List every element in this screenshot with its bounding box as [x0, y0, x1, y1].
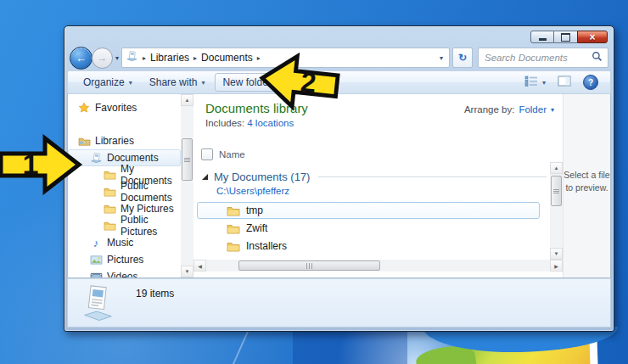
sidebar-item-label: Videos — [107, 271, 137, 277]
scrollbar-thumb[interactable] — [238, 260, 380, 271]
documents-library-icon — [89, 151, 103, 165]
address-dropdown-arrow[interactable]: ▾ — [435, 54, 447, 62]
scrollbar-thumb[interactable] — [551, 176, 562, 206]
folder-icon — [103, 185, 116, 199]
scroll-up-button[interactable]: ▲ — [181, 94, 193, 106]
arrange-by-value[interactable]: Folder — [519, 104, 547, 115]
help-button[interactable]: ? — [580, 72, 602, 92]
file-name: Zwift — [246, 222, 267, 234]
preview-pane-icon — [558, 75, 571, 90]
library-includes: Includes: 4 locations — [205, 118, 556, 128]
folder-icon — [103, 202, 116, 216]
search-icon[interactable] — [592, 50, 603, 65]
group-header[interactable]: My Documents (17) — [202, 171, 550, 183]
sidebar-item-label: Libraries — [95, 135, 134, 147]
scroll-left-button[interactable]: ◀ — [193, 260, 206, 272]
sidebar-item-favorites[interactable]: Favorites — [68, 99, 181, 116]
scrollbar-track[interactable] — [550, 174, 563, 248]
library-header: Documents library Includes: 4 locations … — [193, 94, 563, 138]
file-list-pane: Documents library Includes: 4 locations … — [193, 94, 563, 277]
locations-link[interactable]: 4 locations — [247, 118, 294, 128]
sidebar-item-label: Music — [107, 237, 133, 249]
group-path[interactable]: C:\Users\pfefferz — [216, 186, 550, 196]
select-all-checkbox[interactable] — [201, 148, 213, 160]
folder-icon — [227, 241, 240, 252]
sidebar-item-pictures[interactable]: Pictures — [68, 251, 181, 268]
sidebar-item-label: My Pictures — [121, 203, 174, 215]
maximize-button[interactable] — [554, 31, 577, 43]
details-pane: 19 items — [67, 278, 611, 328]
music-note-icon: ♪ — [89, 236, 103, 249]
breadcrumb-separator: ▸ — [193, 54, 197, 62]
sidebar-item-public-documents[interactable]: Public Documents — [68, 183, 181, 200]
file-row-tmp[interactable]: tmp — [197, 202, 540, 219]
collapse-triangle-icon[interactable] — [202, 174, 208, 180]
file-list-scrollbar: ▲ ▼ — [550, 162, 563, 260]
refresh-button[interactable]: ↻ — [452, 48, 473, 68]
chevron-down-icon: ▾ — [551, 106, 554, 114]
scrollbar-track[interactable] — [206, 260, 550, 272]
location-icon — [126, 50, 138, 65]
minimize-button[interactable] — [530, 31, 554, 43]
file-row-installers[interactable]: Installers — [197, 238, 540, 255]
chevron-down-icon: ▾ — [542, 79, 546, 87]
group-title[interactable]: My Documents (17) — [214, 171, 310, 183]
scroll-right-button[interactable]: ▶ — [550, 260, 563, 272]
includes-label: Includes: — [205, 118, 244, 128]
sidebar-item-videos[interactable]: Videos — [68, 268, 181, 277]
arrange-by-control[interactable]: Arrange by: Folder ▾ — [464, 104, 554, 115]
horizontal-scrollbar: ◀ ▶ — [193, 260, 563, 272]
search-input[interactable] — [479, 53, 586, 63]
breadcrumb-item-documents[interactable]: Documents — [201, 52, 253, 64]
scrollbar-thumb[interactable] — [182, 138, 193, 181]
forward-button[interactable]: → — [92, 48, 113, 69]
pictures-icon — [89, 253, 103, 266]
file-name: tmp — [246, 204, 263, 216]
preview-pane-button[interactable] — [554, 72, 575, 92]
scroll-up-button[interactable]: ▲ — [550, 162, 563, 174]
items-count: 19 items — [136, 288, 174, 327]
views-icon — [524, 75, 538, 90]
chevron-down-icon: ▾ — [129, 79, 132, 87]
scrollbar-grip — [306, 263, 313, 269]
breadcrumb-separator: ▸ — [143, 54, 146, 62]
organize-button[interactable]: Organize ▾ — [76, 74, 139, 91]
sidebar-item-label: Public Documents — [121, 180, 180, 204]
recent-pages-dropdown[interactable]: ▾ — [115, 54, 119, 62]
sidebar-item-label: Public Pictures — [121, 214, 180, 238]
folder-icon — [227, 205, 240, 216]
file-name: Installers — [246, 240, 287, 252]
close-icon: × — [589, 32, 595, 42]
file-list-body: My Documents (17) C:\Users\pfefferz tmp — [193, 162, 563, 260]
name-column-header[interactable]: Name — [219, 149, 245, 160]
breadcrumb-item-libraries[interactable]: Libraries — [150, 52, 189, 64]
sidebar-item-label: Documents — [107, 152, 159, 164]
close-button[interactable]: × — [577, 31, 608, 43]
toolbar-right-group: ▾ ? — [521, 72, 602, 92]
file-rows-area: My Documents (17) C:\Users\pfefferz tmp — [193, 162, 550, 260]
sidebar-item-public-pictures[interactable]: Public Pictures — [68, 217, 181, 234]
arrange-by-label: Arrange by: — [464, 104, 514, 115]
group-divider — [318, 176, 547, 177]
scroll-down-button[interactable]: ▼ — [181, 266, 193, 277]
callout-step-number: 2 — [300, 66, 318, 98]
callout-arrow-2: 2 — [255, 48, 343, 115]
back-button[interactable]: ← — [70, 47, 93, 70]
callout-step-number: 1 — [23, 148, 39, 180]
change-view-button[interactable]: ▾ — [521, 72, 549, 92]
preview-message: Select a file to preview. — [564, 170, 609, 193]
share-with-button[interactable]: Share with ▾ — [143, 74, 212, 91]
scrollbar-grip — [184, 157, 190, 163]
sidebar-item-label: Favorites — [95, 102, 137, 114]
column-header-row: Name — [193, 147, 563, 162]
title-bar[interactable]: × — [67, 26, 611, 45]
search-box — [478, 48, 608, 68]
sidebar-item-label: Pictures — [107, 254, 143, 266]
scroll-down-button[interactable]: ▼ — [550, 248, 563, 260]
sidebar-item-libraries[interactable]: Libraries — [68, 132, 181, 149]
callout-arrow-1: 1 — [0, 134, 83, 195]
sidebar-scrollbar: ▲ ▼ — [181, 94, 193, 277]
file-row-zwift[interactable]: Zwift — [197, 220, 540, 237]
scrollbar-track[interactable] — [181, 106, 193, 266]
folder-icon — [103, 168, 116, 182]
